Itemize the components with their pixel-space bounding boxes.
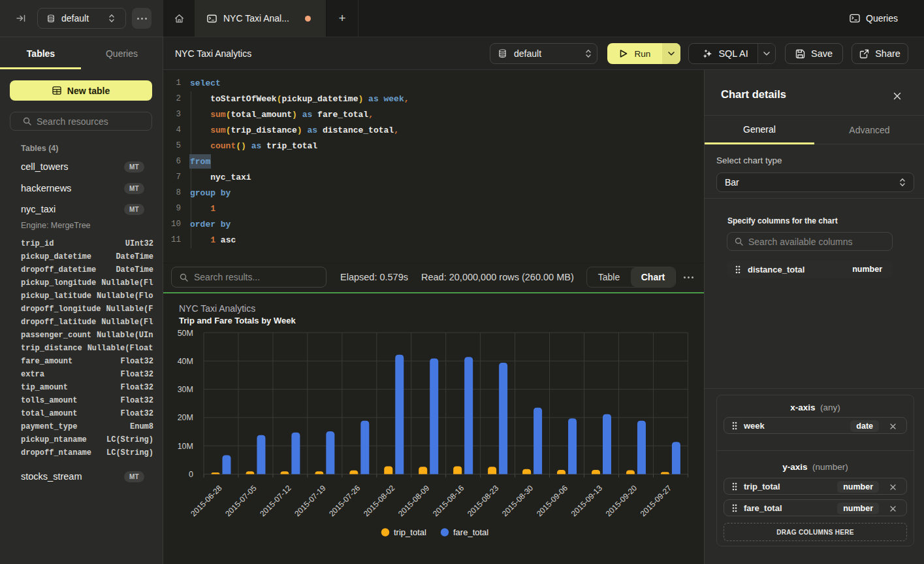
svg-text:2015-09-13: 2015-09-13 xyxy=(569,483,605,518)
svg-text:2015-08-30: 2015-08-30 xyxy=(500,483,535,518)
svg-text:fare_total: fare_total xyxy=(453,527,488,537)
svg-text:20M: 20M xyxy=(178,413,193,422)
svg-text:2015-07-19: 2015-07-19 xyxy=(293,483,328,518)
svg-text:0: 0 xyxy=(189,470,193,479)
svg-text:30M: 30M xyxy=(178,385,193,394)
svg-text:10M: 10M xyxy=(178,442,193,451)
svg-text:2015-06-28: 2015-06-28 xyxy=(189,483,224,518)
svg-text:2015-08-23: 2015-08-23 xyxy=(466,483,501,518)
svg-text:2015-09-20: 2015-09-20 xyxy=(604,483,639,518)
svg-text:2015-09-27: 2015-09-27 xyxy=(639,483,674,518)
svg-text:50M: 50M xyxy=(178,329,193,338)
svg-text:2015-09-06: 2015-09-06 xyxy=(535,483,570,518)
svg-text:2015-08-02: 2015-08-02 xyxy=(362,483,397,518)
svg-text:40M: 40M xyxy=(178,357,193,366)
svg-text:2015-07-05: 2015-07-05 xyxy=(223,483,259,518)
svg-text:2015-07-12: 2015-07-12 xyxy=(258,483,293,518)
svg-text:2015-08-09: 2015-08-09 xyxy=(396,483,432,518)
svg-text:2015-08-16: 2015-08-16 xyxy=(431,483,466,518)
svg-text:trip_total: trip_total xyxy=(394,527,426,537)
svg-text:2015-07-26: 2015-07-26 xyxy=(327,483,362,518)
